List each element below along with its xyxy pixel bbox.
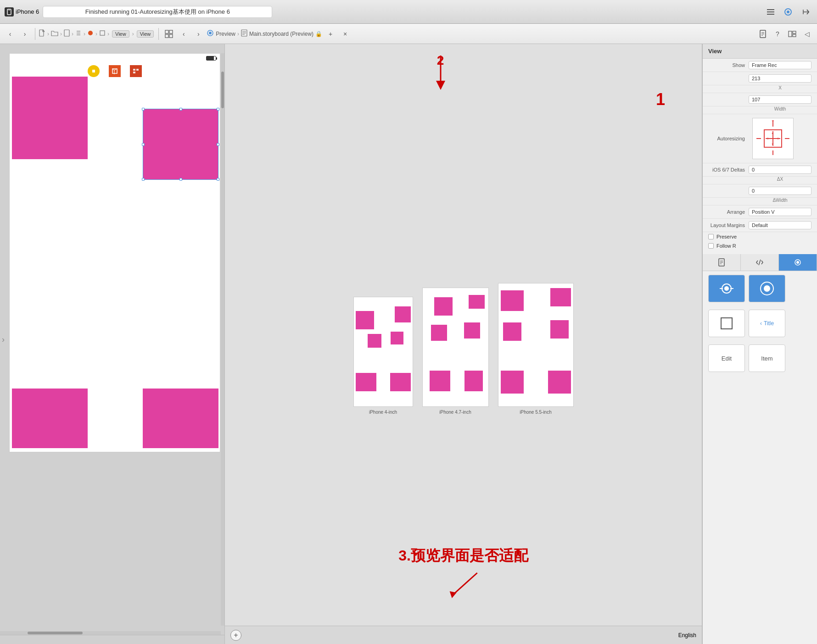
preview-bottom-bar: + English [225,626,702,644]
circle-panel-btn[interactable] [749,275,785,302]
preserve-checkbox[interactable] [708,234,714,239]
width-value[interactable]: 107 [749,95,811,104]
svg-rect-15 [169,30,173,33]
delta-width-value[interactable]: 0 [749,187,811,195]
preview-nav-back[interactable]: ‹ [177,28,190,40]
pink-47-tl [434,297,453,316]
pink-4inch-br [390,373,411,391]
tab-code[interactable] [741,254,779,271]
toolbar-right: ? ◁ [756,28,813,40]
arrange-label: Arrange [708,209,745,215]
bc-sep-1: › [47,31,49,37]
label-4inch: iPhone 4-inch [369,410,397,415]
bc-sep-5: › [95,31,97,37]
inspector-panel: View Show Frame Rec 213 X 107 Width Auto… [702,44,817,644]
follow-row: Follow R [703,241,817,250]
help-btn[interactable]: ? [771,28,784,40]
storyboard-canvas[interactable]: › [0,44,224,635]
pink-47-tr [469,295,485,309]
preview-device-47inch: iPhone 4.7-inch [422,288,489,415]
pink-block-topleft[interactable] [12,77,88,159]
width-row: 107 [703,93,817,106]
tab-circle[interactable] [779,254,817,271]
storyboard-label[interactable]: Main.storyboard (Preview) [249,31,313,37]
layout-btn[interactable] [786,28,799,40]
inspector-tabs [703,254,817,271]
slides-icon [130,65,142,77]
bc-circle-icon [87,30,94,38]
follow-checkbox[interactable] [708,243,714,249]
tab-file[interactable] [703,254,741,271]
pink-4inch-tl [356,311,374,329]
preview-breadcrumb: Preview › Main.storyboard (Preview) 🔒 [207,29,322,38]
pink-55-bl [501,371,524,394]
pink-4inch-bl [356,373,376,391]
back-btn[interactable]: ◁ [800,28,813,40]
pin-panel-btn[interactable] [708,275,745,302]
breadcrumb: › › › › › › View › View [39,29,155,38]
annotation-num-1: 1 [656,90,665,109]
ios-delta-value[interactable]: 0 [749,166,811,174]
scrollbar-v[interactable] [221,53,224,626]
close-tab-btn[interactable]: × [339,28,352,40]
layout-margins-value[interactable]: Default [749,221,811,229]
autoresizing-container: Autoresizing ▼ [703,114,817,163]
autoresizing-widget[interactable]: ▼ ◄ ► ▲ [752,118,794,159]
pink-block-bottomright[interactable] [143,389,218,448]
cube-icon [109,65,121,77]
edit-label: Edit [722,355,732,362]
bottom-panels [703,271,817,306]
arrange-row: Arrange Position V [703,205,817,219]
enter-icon[interactable] [799,5,812,19]
svg-rect-56 [721,318,732,329]
preview-panel: 2 1 iPhone 4-i [225,44,702,644]
title-panel-btn[interactable]: ‹ Title [749,310,785,337]
bc-sep-6: › [107,31,109,37]
pink-block-bottomleft[interactable] [12,389,88,448]
inner-v-line: ▲ ▼ [772,131,773,146]
bc-view-1[interactable]: View [112,30,129,38]
iphone-frame [9,53,220,452]
bc-doc-icon [64,29,70,38]
edit-panel-btn[interactable]: Edit [708,344,745,372]
main-layout: › [0,44,817,644]
svg-rect-30 [793,34,796,37]
x-value[interactable]: 213 [749,74,811,83]
layout-margins-row: Layout Margins Default [703,219,817,232]
nav-back-btn[interactable]: ‹ [4,28,17,40]
bc-view-2[interactable]: View [137,30,154,38]
svg-marker-40 [436,81,445,90]
connection-icon[interactable] [781,5,795,19]
svg-rect-38 [133,72,135,73]
layout-margins-label: Layout Margins [708,222,745,228]
x-label: X [749,85,811,90]
battery-icon [206,56,216,61]
grid-view-btn[interactable] [162,28,175,40]
scrollbar-h[interactable] [0,631,221,635]
nav-forward-btn[interactable]: › [18,28,31,40]
width-label-row: Width [703,106,817,114]
item-panel-btn[interactable]: Item [749,344,785,372]
show-label: Show [708,62,745,68]
selected-block[interactable] [143,109,218,180]
autoresizing-label: Autoresizing [708,136,745,141]
arrange-value[interactable]: Position V [749,208,811,216]
annotation-arrow-2: 2 [427,53,454,91]
preserve-label: Preserve [716,234,737,239]
add-tab-btn[interactable]: + [324,28,337,40]
hamburger-icon[interactable] [764,5,778,19]
width-label: Width [749,106,811,111]
titlebar: iPhone 6 Finished running 01-Autoresizin… [0,0,817,24]
add-preview-btn[interactable]: + [230,630,241,641]
screen-4inch [353,297,413,407]
show-value[interactable]: Frame Rec [749,61,811,69]
device-selector[interactable]: iPhone 6 [5,7,39,17]
preview-label[interactable]: Preview [216,31,235,37]
rect-panel-btn[interactable] [708,310,745,337]
inspector-file-btn[interactable] [756,28,769,40]
preview-nav-forward[interactable]: › [192,28,205,40]
x-label-row: X [703,85,817,93]
bc-sep-2: › [60,31,62,37]
svg-point-12 [88,31,93,35]
pink-4inch-ml [368,334,381,348]
